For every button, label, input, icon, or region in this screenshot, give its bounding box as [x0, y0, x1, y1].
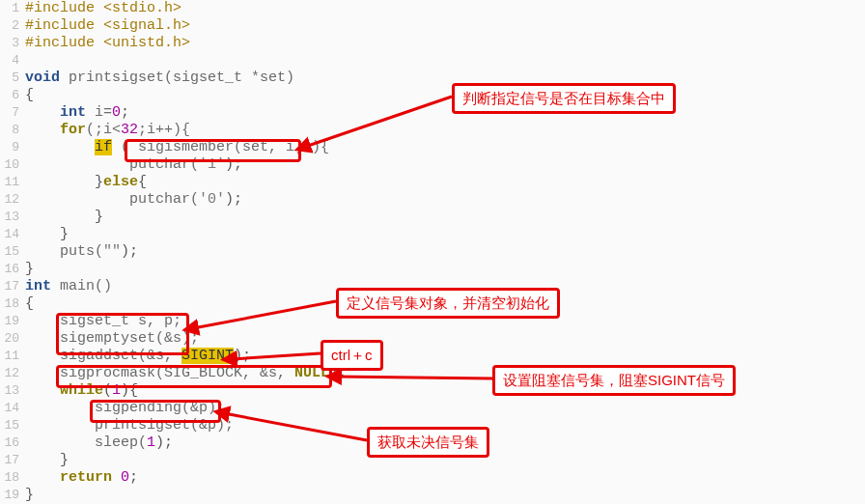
code-line: int i=0;	[25, 104, 129, 122]
line-number: 6	[0, 87, 25, 104]
annotation-sigset-decl: 定义信号集对象，并清空初始化	[336, 288, 560, 319]
line-number: 16	[0, 434, 25, 452]
code-line: sigpending(&p);	[25, 400, 225, 417]
line-number: 18	[0, 295, 25, 313]
code-line: sigprocmask(SIG_BLOCK, &s, NULL);	[25, 365, 347, 382]
code-line: while(1){	[25, 382, 138, 400]
line-number: 19	[0, 487, 25, 504]
line-number: 20	[0, 330, 25, 348]
annotation-sigprocmask: 设置阻塞信号集，阻塞SIGINT信号	[492, 365, 736, 396]
code-line: }	[25, 487, 34, 504]
code-line: if ( sigismember(set, i) ){	[25, 139, 329, 156]
code-line: {	[25, 295, 34, 313]
line-number: 3	[0, 35, 25, 52]
line-number: 14	[0, 400, 25, 417]
line-number: 4	[0, 52, 25, 70]
line-number: 18	[0, 469, 25, 487]
line-number: 7	[0, 104, 25, 122]
line-number: 15	[0, 417, 25, 434]
line-number: 11	[0, 174, 25, 191]
code-line: puts("");	[25, 243, 138, 261]
line-number: 13	[0, 382, 25, 400]
code-line: #include <signal.h>	[25, 17, 190, 35]
line-number: 9	[0, 139, 25, 156]
line-number: 5	[0, 70, 25, 87]
code-line: void printsigset(sigset_t *set)	[25, 70, 294, 87]
code-line: printsigset(&p);	[25, 417, 234, 434]
code-line: putchar('0');	[25, 191, 242, 209]
line-number: 11	[0, 348, 25, 365]
line-number: 1	[0, 0, 25, 17]
line-number: 19	[0, 313, 25, 330]
code-line: sleep(1);	[25, 434, 173, 452]
line-number: 12	[0, 365, 25, 382]
line-number: 14	[0, 226, 25, 243]
annotation-sigpending: 获取未决信号集	[367, 427, 489, 458]
line-number: 12	[0, 191, 25, 209]
code-line: }	[25, 226, 69, 243]
annotation-ctrlc: ctrl＋c	[321, 340, 383, 371]
code-line: for(;i<32;i++){	[25, 122, 190, 139]
code-editor: 1#include <stdio.h> 2#include <signal.h>…	[0, 0, 618, 504]
line-number: 17	[0, 452, 25, 469]
code-line: #include <stdio.h>	[25, 0, 181, 17]
line-number: 10	[0, 156, 25, 174]
code-line: {	[25, 87, 34, 104]
code-line: }	[25, 209, 103, 226]
code-line: putchar('1');	[25, 156, 242, 174]
code-line: sigset_t s, p;	[25, 313, 181, 330]
code-line: return 0;	[25, 469, 138, 487]
line-number: 16	[0, 261, 25, 278]
code-line: }else{	[25, 174, 147, 191]
code-line: sigemptyset(&s);	[25, 330, 199, 348]
code-line: }	[25, 261, 34, 278]
line-number: 2	[0, 17, 25, 35]
line-number: 13	[0, 209, 25, 226]
code-line: sigaddset(&s, SIGINT);	[25, 348, 251, 365]
annotation-sigismember: 判断指定信号是否在目标集合中	[452, 83, 676, 114]
code-line: #include <unistd.h>	[25, 35, 190, 52]
code-line: int main()	[25, 278, 112, 295]
line-number: 17	[0, 278, 25, 295]
line-number: 8	[0, 122, 25, 139]
code-line: }	[25, 452, 69, 469]
line-number: 15	[0, 243, 25, 261]
